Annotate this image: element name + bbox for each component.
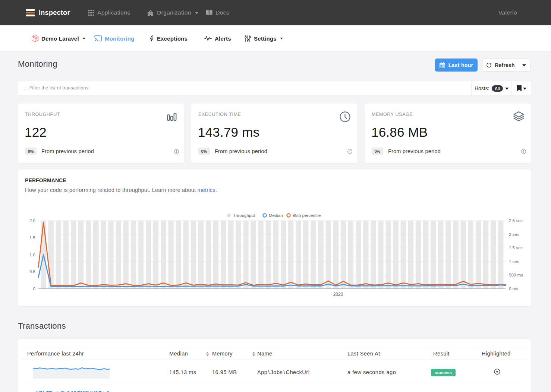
svg-text:2020: 2020 — [333, 292, 343, 297]
svg-text:Median: Median — [269, 213, 283, 218]
svg-text:2.5 sec: 2.5 sec — [509, 218, 523, 223]
svg-text:95th percentile: 95th percentile — [293, 213, 321, 218]
svg-text:1 sec: 1 sec — [509, 259, 519, 264]
svg-text:1.5 sec: 1.5 sec — [509, 246, 523, 250]
svg-text:2.0: 2.0 — [29, 218, 35, 223]
svg-text:2 sec: 2 sec — [509, 232, 519, 237]
svg-text:0 ms: 0 ms — [509, 287, 518, 291]
svg-text:500 ms: 500 ms — [509, 273, 523, 277]
svg-text:0.5: 0.5 — [29, 269, 35, 274]
svg-text:0: 0 — [33, 287, 35, 291]
svg-text:1.5: 1.5 — [29, 235, 35, 240]
svg-text:Throughput: Throughput — [233, 213, 255, 218]
svg-text:1.0: 1.0 — [29, 253, 35, 257]
